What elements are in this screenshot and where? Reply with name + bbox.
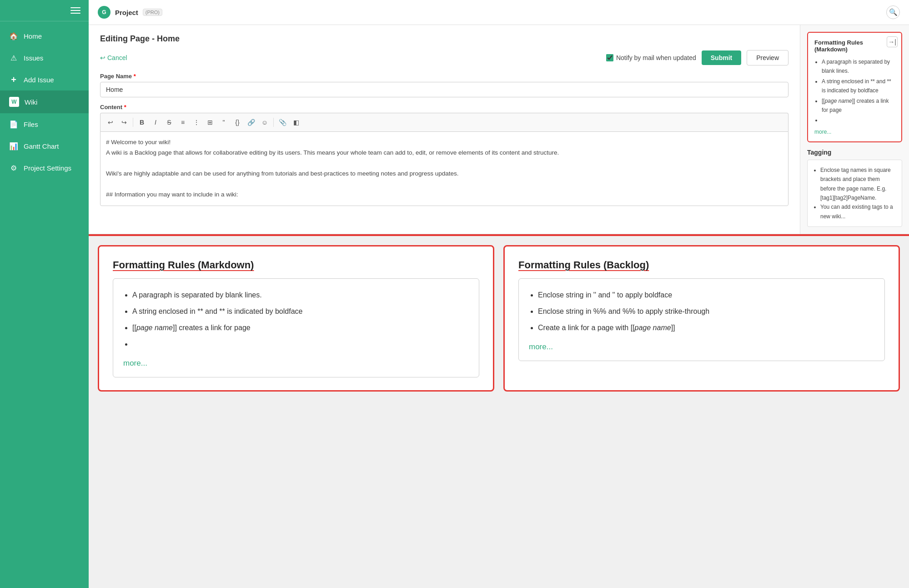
sidebar-item-files[interactable]: 📄 Files: [0, 113, 89, 135]
markdown-panel-title: Formatting Rules (Markdown): [113, 259, 479, 271]
md-rule-1: A paragraph is separated by blank lines.: [132, 288, 469, 302]
toolbar-quote[interactable]: ": [217, 116, 230, 129]
sidebar-label-settings: Project Settings: [24, 164, 71, 172]
tagging-rule-2: You can add existing tags to a new wiki.…: [820, 202, 896, 221]
toolbar-table[interactable]: ⊞: [204, 116, 216, 129]
content-group: Content * ↩ ↪ B I S ≡ ⋮ ⊞ " {}: [100, 104, 788, 206]
sidebar-item-wiki[interactable]: W Wiki: [0, 90, 89, 113]
backlog-rules-list: Enclose string in '' and '' to apply bol…: [529, 288, 874, 335]
edit-form: Editing Page - Home ↩ Cancel Notify by m…: [89, 25, 800, 234]
side-panel: →| Formatting Rules (Markdown) A paragra…: [800, 25, 909, 234]
bottom-panels: Formatting Rules (Markdown) A paragraph …: [89, 234, 909, 401]
tagging-rule-1: Enclose tag names in square brackets and…: [820, 166, 896, 203]
toolbar-bold[interactable]: B: [136, 116, 148, 129]
toolbar-italic[interactable]: I: [149, 116, 162, 129]
rule-item-3: [[page name]] creates a link for page: [822, 96, 895, 115]
sidebar-label-files: Files: [24, 121, 38, 128]
sidebar-label-gantt: Gantt Chart: [24, 142, 59, 150]
backlog-rules-inner: Enclose string in '' and '' to apply bol…: [518, 278, 885, 361]
toolbar-emoji[interactable]: ☺: [258, 116, 271, 129]
bottom-markdown-panel: Formatting Rules (Markdown) A paragraph …: [98, 245, 494, 392]
markdown-rules-inner: A paragraph is separated by blank lines.…: [113, 278, 479, 377]
notify-checkbox-label[interactable]: Notify by mail when updated: [606, 54, 696, 61]
sidebar-header: [0, 0, 89, 21]
topbar-left: G Project (PRO): [98, 6, 162, 19]
toolbar-undo[interactable]: ↩: [104, 116, 117, 129]
add-issue-icon: +: [9, 75, 18, 84]
sidebar: 🏠 Home ⚠ Issues + Add Issue W Wiki 📄 Fil…: [0, 0, 89, 588]
cancel-link[interactable]: ↩ Cancel: [100, 54, 127, 61]
md-rule-2: A string enclosed in ** and ** is indica…: [132, 304, 469, 319]
tagging-box: Enclose tag names in square brackets and…: [807, 160, 902, 227]
toolbar-divider-1: [133, 118, 133, 127]
sidebar-label-wiki: Wiki: [25, 98, 37, 106]
main-area: G Project (PRO) 🔍 Editing Page - Home ↩ …: [89, 0, 909, 588]
gantt-icon: 📊: [9, 141, 18, 151]
toolbar-ol[interactable]: ⋮: [190, 116, 203, 129]
sidebar-label-issues: Issues: [24, 54, 43, 62]
hamburger-menu[interactable]: [70, 7, 80, 14]
rule-item-4: [822, 116, 895, 125]
toolbar-code[interactable]: {}: [231, 116, 244, 129]
toolbar-cancel-format[interactable]: ◧: [290, 116, 302, 129]
sidebar-label-home: Home: [24, 32, 42, 40]
page-name-label: Page Name *: [100, 73, 788, 80]
editor-text: # Welcome to your wiki! A wiki is a Back…: [106, 137, 783, 200]
backlog-panel-title: Formatting Rules (Backlog): [518, 259, 885, 271]
content-label: Content *: [100, 104, 788, 111]
page-heading: Editing Page - Home: [100, 34, 788, 44]
home-icon: 🏠: [9, 31, 18, 40]
formatting-box-title: Formatting Rules (Markdown): [814, 39, 895, 53]
tagging-rules-list: Enclose tag names in square brackets and…: [813, 166, 896, 221]
project-badge: (PRO): [143, 9, 162, 16]
content-area: Editing Page - Home ↩ Cancel Notify by m…: [89, 25, 909, 588]
markdown-more-link[interactable]: more...: [123, 359, 469, 368]
tagging-section: Tagging Enclose tag names in square brac…: [807, 149, 902, 227]
content-required: *: [124, 104, 126, 111]
expand-button[interactable]: →|: [887, 36, 898, 47]
submit-button[interactable]: Submit: [702, 50, 741, 65]
topbar: G Project (PRO) 🔍: [89, 0, 909, 25]
bl-rule-2: Enclose string in %% and %% to apply str…: [538, 304, 874, 319]
project-title: Project: [115, 9, 138, 16]
page-name-input[interactable]: [100, 82, 788, 97]
editor-content[interactable]: # Welcome to your wiki! A wiki is a Back…: [100, 131, 788, 206]
sidebar-nav: 🏠 Home ⚠ Issues + Add Issue W Wiki 📄 Fil…: [0, 21, 89, 588]
bl-rule-1: Enclose string in '' and '' to apply bol…: [538, 288, 874, 302]
settings-icon: ⚙: [9, 163, 18, 172]
formatting-more-link[interactable]: more...: [814, 129, 895, 135]
project-icon: G: [98, 6, 110, 19]
backlog-more-link[interactable]: more...: [529, 342, 874, 352]
cancel-label: Cancel: [107, 54, 127, 61]
formatting-rules-list: A paragraph is separated by blank lines.…: [814, 57, 895, 125]
sidebar-item-settings[interactable]: ⚙ Project Settings: [0, 157, 89, 179]
toolbar-redo[interactable]: ↪: [118, 116, 131, 129]
wiki-icon: W: [9, 97, 19, 107]
rule-item-1: A paragraph is separated by blank lines.: [822, 57, 895, 76]
form-toolbar: ↩ Cancel Notify by mail when updated Sub…: [100, 50, 788, 65]
notify-text: Notify by mail when updated: [616, 54, 696, 61]
md-rule-4: [132, 337, 469, 352]
md-rule-3: [[page name]] creates a link for page: [132, 321, 469, 335]
sidebar-item-issues[interactable]: ⚠ Issues: [0, 47, 89, 69]
toolbar-divider-2: [273, 118, 274, 127]
search-button[interactable]: 🔍: [886, 5, 900, 19]
toolbar-ul[interactable]: ≡: [176, 116, 189, 129]
toolbar-attachment[interactable]: 📎: [276, 116, 289, 129]
toolbar-link[interactable]: 🔗: [245, 116, 257, 129]
preview-button[interactable]: Preview: [747, 50, 788, 65]
toolbar-strikethrough[interactable]: S: [163, 116, 176, 129]
sidebar-item-gantt[interactable]: 📊 Gantt Chart: [0, 135, 89, 157]
sidebar-item-add-issue[interactable]: + Add Issue: [0, 69, 89, 90]
bottom-backlog-panel: Formatting Rules (Backlog) Enclose strin…: [503, 245, 900, 392]
issues-icon: ⚠: [9, 53, 18, 62]
tagging-title: Tagging: [807, 149, 902, 156]
required-star: *: [134, 73, 136, 80]
markdown-rules-list: A paragraph is separated by blank lines.…: [123, 288, 469, 352]
bl-rule-3: Create a link for a page with [[page nam…: [538, 321, 874, 335]
notify-checkbox[interactable]: [606, 54, 613, 61]
sidebar-item-home[interactable]: 🏠 Home: [0, 25, 89, 47]
rule-item-2: A string enclosed in ** and ** is indica…: [822, 77, 895, 95]
editor-toolbar: ↩ ↪ B I S ≡ ⋮ ⊞ " {} 🔗 ☺ 📎: [100, 113, 788, 131]
sidebar-label-add-issue: Add Issue: [24, 76, 54, 84]
